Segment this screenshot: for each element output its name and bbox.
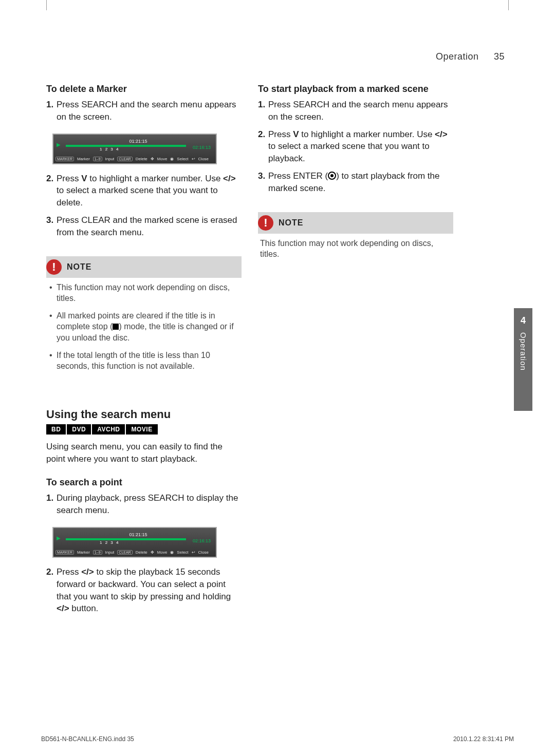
label-move: Move [157,157,168,161]
left-right-key-icon: </> [57,603,69,613]
step-number: 1. [258,99,265,111]
step-text: Press V to highlight a marker number. Us… [268,129,448,164]
section-title: Using the search menu [46,408,242,421]
label-marker: Marker [77,550,90,555]
move-icon: ✥ [151,550,154,555]
down-key-icon: V [81,174,87,183]
step-number: 2. [46,566,53,578]
badge-bd: BD [46,424,66,434]
play-icon: ▶ [57,535,61,541]
page-footer: BD561-N-BCANLLK-ENG.indd 35 2010.1.22 8:… [41,735,514,743]
step: 1. Press SEARCH and the search menu appe… [46,99,242,123]
label-move: Move [157,550,168,555]
close-icon: ↩ [192,157,195,161]
select-icon: ◉ [170,157,174,161]
label-marker: Marker [77,157,90,161]
search-menu-screenshot: ▶ 01:21:15 02:16:13 1 2 3 4 MARKER Marke… [52,134,217,164]
label-select: Select [177,157,188,161]
step-number: 1. [46,492,53,504]
badge-movie: MOVIE [126,424,157,434]
header-page-number: 35 [494,51,505,62]
time-current: 01:21:15 [129,532,147,537]
label-delete: Delete [136,157,147,161]
left-column: To delete a Marker 1. Press SEARCH and t… [46,81,242,620]
move-icon: ✥ [151,157,154,161]
note-item: This function may not work depending on … [48,282,239,304]
note-item: All marked points are cleared if the tit… [48,310,239,344]
heading-playback-marked: To start playback from a marked scene [258,84,453,94]
note-icon: ! [46,259,62,275]
badge-dvd: DVD [67,424,91,434]
step-text: Press SEARCH and the search menu appears… [57,100,236,122]
step-text: Press ENTER () to start playback from th… [268,171,439,193]
step: 1. During playback, press SEARCH to disp… [46,492,242,517]
label-input: Input [105,550,115,555]
label-close: Close [198,550,209,555]
label-input: Input [105,157,115,161]
step: 2. Press V to highlight a marker number.… [258,128,453,165]
note-icon: ! [258,215,273,231]
btn-numbers: 1–9 [93,550,102,555]
note-title: NOTE [279,218,303,228]
section-body: Using search menu, you can easily to fin… [46,441,242,465]
time-current: 01:21:15 [129,139,147,144]
step-number: 2. [258,128,265,141]
page-header: Operation 35 [46,51,509,62]
step: 1. Press SEARCH and the search menu appe… [258,99,453,123]
step-number: 3. [46,214,53,226]
time-end: 02:16:13 [193,538,211,543]
note-box: ! NOTE This function may not work depend… [258,212,453,264]
left-right-key-icon: </> [223,174,236,183]
header-section: Operation [436,51,479,62]
side-tab: 4 Operation [514,308,532,411]
label-close: Close [198,157,209,161]
step: 2. Press V to highlight a marker number.… [46,173,242,209]
note-item: This function may not work depending on … [260,238,451,260]
time-end: 02:16:13 [193,145,211,150]
step-text: Press SEARCH and the search menu appears… [268,100,448,122]
step-number: 2. [46,173,53,185]
label-delete: Delete [136,550,147,555]
footer-filename: BD561-N-BCANLLK-ENG.indd 35 [41,735,134,743]
marker-numbers: 1 2 3 4 [100,540,119,545]
note-title: NOTE [67,262,91,272]
step-text: Press CLEAR and the marked scene is eras… [57,215,237,237]
step-number: 3. [258,170,265,182]
down-key-icon: V [293,129,299,139]
label-select: Select [177,550,188,555]
btn-numbers: 1–9 [93,157,102,161]
left-right-key-icon: </> [435,129,448,139]
step-text: During playback, press SEARCH to display… [57,493,238,515]
close-icon: ↩ [192,550,195,555]
format-badges: BD DVD AVCHD MOVIE [46,424,242,434]
note-box: ! NOTE This function may not work depend… [46,256,242,382]
enter-icon [328,172,336,180]
step-number: 1. [46,99,53,111]
play-icon: ▶ [57,142,61,147]
side-tab-number: 4 [521,315,526,326]
heading-search-point: To search a point [46,477,242,488]
step-text: Press </> to skip the playback 15 second… [57,567,231,613]
btn-marker: MARKER [55,550,74,555]
step-text: Press V to highlight a marker number. Us… [57,174,236,208]
step: 3. Press CLEAR and the marked scene is e… [46,214,242,239]
right-column: To start playback from a marked scene 1.… [258,81,453,620]
note-item: If the total length of the title is less… [48,350,239,372]
btn-clear: CLEAR [117,550,132,555]
step: 3. Press ENTER () to start playback from… [258,170,453,195]
side-tab-label: Operation [519,332,528,371]
select-icon: ◉ [170,550,174,555]
heading-delete-marker: To delete a Marker [46,84,242,94]
step: 2. Press </> to skip the playback 15 sec… [46,566,242,615]
badge-avchd: AVCHD [92,424,125,434]
btn-marker: MARKER [55,157,74,161]
marker-numbers: 1 2 3 4 [100,147,119,152]
search-menu-screenshot: ▶ 01:21:15 02:16:13 1 2 3 4 MARKER Marke… [52,527,217,558]
footer-timestamp: 2010.1.22 8:31:41 PM [453,735,514,743]
btn-clear: CLEAR [117,157,132,161]
left-right-key-icon: </> [81,567,94,577]
stop-icon [113,324,119,330]
